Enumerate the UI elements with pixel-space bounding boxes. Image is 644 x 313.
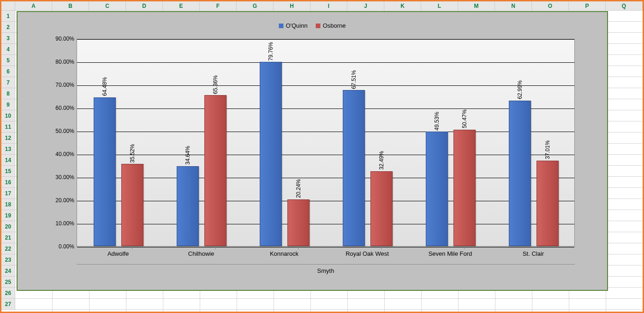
bar-osborne-0[interactable]: 35.52% bbox=[121, 164, 143, 246]
data-label: 32.49% bbox=[378, 151, 385, 170]
y-tick-label: 10.00% bbox=[49, 220, 74, 227]
data-label: 50.47% bbox=[461, 109, 468, 128]
legend-label: Osborne bbox=[323, 22, 346, 29]
y-tick-label: 60.00% bbox=[49, 105, 74, 111]
column-header-H[interactable]: H bbox=[274, 1, 310, 10]
row-header-24[interactable]: 24 bbox=[1, 265, 15, 277]
row-header-6[interactable]: 6 bbox=[1, 66, 15, 77]
row-header-5[interactable]: 5 bbox=[1, 55, 15, 66]
legend-swatch-icon bbox=[316, 24, 321, 28]
y-tick-label: 40.00% bbox=[49, 151, 74, 157]
column-headers: ABCDEFGHIJKLMNOPQ bbox=[1, 1, 643, 11]
column-header-K[interactable]: K bbox=[384, 1, 421, 10]
category-label: Konnarock bbox=[243, 250, 326, 257]
y-tick-label: 70.00% bbox=[49, 82, 74, 88]
row-header-15[interactable]: 15 bbox=[1, 166, 15, 177]
data-label: 62.99% bbox=[517, 80, 523, 99]
row-header-27[interactable]: 27 bbox=[1, 299, 15, 310]
bar-oquinn-4[interactable]: 49.53% bbox=[426, 132, 448, 246]
category-label: St. Clair bbox=[492, 250, 575, 257]
row-header-9[interactable]: 9 bbox=[1, 99, 15, 110]
row-headers: 1234567891011121314151617181920212223242… bbox=[1, 11, 15, 310]
data-label: 49.53% bbox=[434, 112, 440, 131]
grid-area[interactable]: O'Quinn Osborne 0.00%10.00%20.00%30.00%4… bbox=[15, 11, 643, 312]
legend-item-oquinn: O'Quinn bbox=[279, 22, 307, 29]
y-tick-label: 20.00% bbox=[49, 197, 74, 204]
y-tick-label: 90.00% bbox=[49, 36, 74, 42]
bar-osborne-1[interactable]: 65.36% bbox=[204, 95, 227, 246]
row-header-7[interactable]: 7 bbox=[1, 77, 15, 88]
row-header-8[interactable]: 8 bbox=[1, 88, 15, 99]
data-label: 67.51% bbox=[351, 70, 357, 89]
y-tick-label: 30.00% bbox=[49, 174, 74, 181]
category-label: Royal Oak West bbox=[326, 250, 409, 257]
row-header-18[interactable]: 18 bbox=[1, 199, 15, 210]
legend-item-osborne: Osborne bbox=[316, 22, 346, 29]
column-header-N[interactable]: N bbox=[495, 1, 532, 10]
bar-oquinn-5[interactable]: 62.99% bbox=[509, 101, 531, 246]
legend-label: O'Quinn bbox=[286, 22, 307, 29]
row-header-3[interactable]: 3 bbox=[1, 33, 15, 44]
row-header-13[interactable]: 13 bbox=[1, 144, 15, 155]
column-header-E[interactable]: E bbox=[163, 1, 200, 10]
y-tick-label: 50.00% bbox=[49, 128, 74, 134]
column-header-A[interactable]: A bbox=[15, 1, 52, 10]
row-header-4[interactable]: 4 bbox=[1, 44, 15, 55]
category-label: Adwolfe bbox=[77, 250, 160, 257]
row-header-25[interactable]: 25 bbox=[1, 277, 15, 288]
bar-oquinn-1[interactable]: 34.64% bbox=[177, 166, 199, 246]
row-header-2[interactable]: 2 bbox=[1, 22, 15, 33]
data-label: 37.01% bbox=[544, 140, 551, 159]
bar-osborne-5[interactable]: 37.01% bbox=[537, 161, 559, 246]
column-header-G[interactable]: G bbox=[237, 1, 274, 10]
bar-oquinn-0[interactable]: 64.48% bbox=[94, 97, 116, 246]
column-header-O[interactable]: O bbox=[532, 1, 569, 10]
data-label: 35.52% bbox=[129, 144, 136, 163]
plot-area: 64.48%35.52%34.64%65.36%79.76%20.24%67.5… bbox=[77, 39, 575, 247]
column-header-B[interactable]: B bbox=[52, 1, 89, 10]
data-label: 34.64% bbox=[185, 146, 191, 165]
bar-osborne-3[interactable]: 32.49% bbox=[370, 171, 393, 246]
chart-legend: O'Quinn Osborne bbox=[279, 22, 346, 29]
row-header-10[interactable]: 10 bbox=[1, 110, 15, 121]
column-header-J[interactable]: J bbox=[347, 1, 384, 10]
column-header-I[interactable]: I bbox=[310, 1, 347, 10]
select-all-corner[interactable] bbox=[1, 1, 15, 11]
spreadsheet: ABCDEFGHIJKLMNOPQ 1234567891011121314151… bbox=[1, 1, 643, 312]
legend-swatch-icon bbox=[279, 24, 283, 28]
row-header-1[interactable]: 1 bbox=[1, 11, 15, 22]
row-header-12[interactable]: 12 bbox=[1, 132, 15, 144]
column-header-M[interactable]: M bbox=[458, 1, 495, 10]
row-header-21[interactable]: 21 bbox=[1, 232, 15, 243]
plot-zone: 0.00%10.00%20.00%30.00%40.00%50.00%60.00… bbox=[49, 39, 575, 283]
bar-osborne-2[interactable]: 20.24% bbox=[287, 199, 310, 246]
y-tick-label: 80.00% bbox=[49, 59, 74, 65]
row-header-11[interactable]: 11 bbox=[1, 121, 15, 132]
data-label: 79.76% bbox=[268, 42, 274, 61]
column-header-D[interactable]: D bbox=[126, 1, 163, 10]
column-header-F[interactable]: F bbox=[200, 1, 237, 10]
category-label: Seven Mile Ford bbox=[409, 250, 492, 257]
row-header-22[interactable]: 22 bbox=[1, 243, 15, 254]
column-header-C[interactable]: C bbox=[89, 1, 126, 10]
row-header-20[interactable]: 20 bbox=[1, 221, 15, 232]
column-header-P[interactable]: P bbox=[569, 1, 606, 10]
row-header-14[interactable]: 14 bbox=[1, 155, 15, 166]
row-header-23[interactable]: 23 bbox=[1, 254, 15, 265]
data-label: 64.48% bbox=[101, 77, 108, 96]
bar-oquinn-3[interactable]: 67.51% bbox=[343, 90, 365, 246]
row-header-26[interactable]: 26 bbox=[1, 288, 15, 299]
row-header-19[interactable]: 19 bbox=[1, 210, 15, 221]
category-parent-label: Smyth bbox=[77, 264, 575, 274]
data-label: 65.36% bbox=[212, 75, 219, 94]
y-tick-label: 0.00% bbox=[49, 243, 74, 250]
column-header-Q[interactable]: Q bbox=[606, 1, 643, 10]
row-header-16[interactable]: 16 bbox=[1, 177, 15, 188]
category-label: Chilhowie bbox=[160, 250, 243, 257]
column-header-L[interactable]: L bbox=[421, 1, 458, 10]
data-label: 20.24% bbox=[295, 179, 302, 198]
bar-oquinn-2[interactable]: 79.76% bbox=[260, 62, 282, 246]
chart-object[interactable]: O'Quinn Osborne 0.00%10.00%20.00%30.00%4… bbox=[17, 12, 608, 290]
bar-osborne-4[interactable]: 50.47% bbox=[453, 130, 476, 246]
row-header-17[interactable]: 17 bbox=[1, 188, 15, 199]
